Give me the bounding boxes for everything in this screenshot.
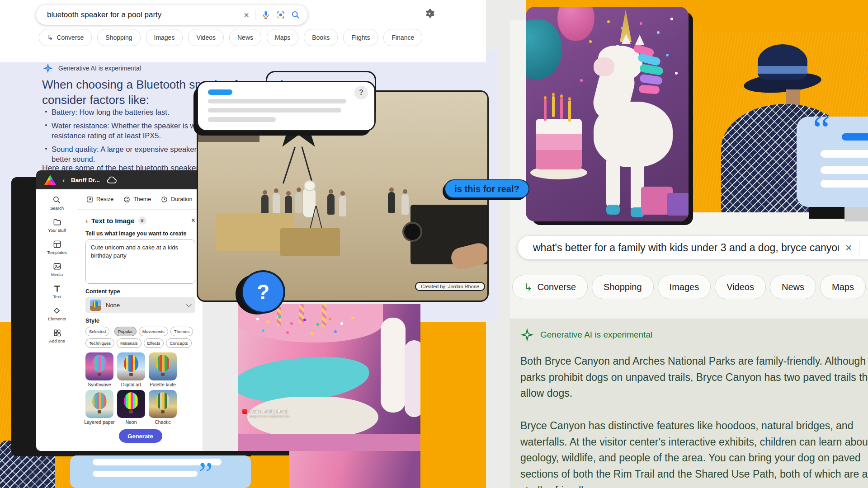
search-bar-top[interactable]: bluetooth speaker for a pool party × <box>36 5 307 25</box>
tab-videos[interactable]: Videos <box>188 29 224 46</box>
search-bar-right[interactable]: what's better for a family with kids und… <box>518 236 868 259</box>
candle-shape <box>552 96 555 117</box>
divider <box>255 9 255 20</box>
floor-shape <box>238 434 420 451</box>
tab-maps[interactable]: Maps <box>267 29 298 46</box>
skeleton-line <box>821 166 868 174</box>
skeleton-line <box>821 150 868 158</box>
tab-news[interactable]: News <box>229 29 261 46</box>
skeleton-line <box>208 117 276 122</box>
confetti <box>607 20 610 23</box>
sidebar-item-media[interactable]: Media <box>51 262 63 277</box>
tab-flights[interactable]: Flights <box>343 29 378 46</box>
search-query[interactable]: bluetooth speaker for a pool party <box>47 10 238 19</box>
badge-text: Generative AI is experimental <box>540 330 652 340</box>
sidebar-item-templates[interactable]: Templates <box>47 240 66 255</box>
style-name: Palette knife <box>150 382 176 387</box>
content-type-dropdown[interactable]: None <box>85 297 195 313</box>
person-silhouette <box>339 196 346 216</box>
prompt-input[interactable]: Cute unicorn and a cake at a kids birthd… <box>85 239 195 284</box>
sidebar-item-add-ons[interactable]: Add ons <box>49 328 65 343</box>
sidebar-label: Elements <box>48 316 66 321</box>
chip-materials[interactable]: Materials <box>117 338 142 348</box>
tab-label: Videos <box>726 282 754 292</box>
chip-movements[interactable]: Movements <box>139 327 168 336</box>
search-icon <box>52 196 61 204</box>
generated-cake-image-bottom <box>289 451 420 488</box>
lens-icon[interactable] <box>276 10 285 19</box>
search-icon[interactable] <box>291 10 300 19</box>
tab-finance[interactable]: Finance <box>383 29 422 46</box>
mic-icon[interactable] <box>866 242 868 253</box>
document-title[interactable]: Banff Dr... <box>71 177 100 183</box>
tab-shopping[interactable]: Shopping <box>592 275 654 299</box>
chip-techniques[interactable]: Techniques <box>85 338 114 348</box>
tab-images[interactable]: Images <box>146 29 183 46</box>
sprinkles <box>256 318 259 320</box>
gear-icon[interactable] <box>424 8 435 19</box>
balloon-shape <box>557 7 594 41</box>
rig-leg-shape <box>283 147 296 184</box>
clear-icon[interactable]: × <box>845 242 852 253</box>
style-option-palette-knife[interactable]: Palette knife <box>149 352 177 387</box>
clear-icon[interactable]: × <box>244 10 249 19</box>
text-icon <box>53 284 61 293</box>
tab-shopping[interactable]: Shopping <box>97 29 140 46</box>
adobe-express-logo <box>44 175 56 185</box>
help-button[interactable]: ? <box>354 86 368 99</box>
chip-themes[interactable]: Themes <box>170 327 193 336</box>
tab-label: Flights <box>351 34 370 41</box>
tab-books[interactable]: Books <box>304 29 338 46</box>
chip-effects[interactable]: Effects <box>144 338 164 348</box>
back-icon[interactable]: ‹ <box>62 176 65 184</box>
camera-lens-shape <box>402 222 422 242</box>
chip-selected[interactable]: Selected <box>85 327 109 336</box>
style-option-chaotic[interactable]: Chaotic <box>149 390 177 425</box>
cloud-icon[interactable] <box>106 176 117 184</box>
dark-block <box>809 207 844 219</box>
watermark-brand: Adobe Firefly (Beta) <box>249 409 288 414</box>
chip-popular[interactable]: Popular <box>114 327 137 336</box>
sidebar-item-search[interactable]: Search <box>50 196 64 211</box>
sidebar-item-elements[interactable]: Elements <box>48 306 66 321</box>
sidebar-item-your-stuff[interactable]: Your stuff <box>48 218 66 233</box>
chip-concepts[interactable]: Concepts <box>166 338 191 348</box>
chevron-down-icon <box>186 301 192 307</box>
tab-news[interactable]: News <box>770 275 816 299</box>
theme-button[interactable]: Theme <box>123 196 151 203</box>
style-chips: Selected Popular Movements Themes Techni… <box>85 327 195 348</box>
search-query[interactable]: what's better for a family with kids und… <box>533 242 839 254</box>
candle-shape <box>299 304 304 323</box>
converse-arrow-icon: ↳ <box>524 282 532 293</box>
tab-converse[interactable]: ↳Converse <box>512 275 588 299</box>
resize-button[interactable]: Resize <box>86 196 113 203</box>
back-icon[interactable]: ‹ <box>85 217 88 225</box>
toolbar-label: Resize <box>96 196 113 202</box>
style-option-digital-art[interactable]: Digital art <box>117 352 145 387</box>
tab-videos[interactable]: Videos <box>715 275 766 299</box>
ai-answer-paragraph: Both Bryce Canyon and Arches National Pa… <box>520 353 868 402</box>
tab-maps[interactable]: Maps <box>820 275 866 299</box>
candle-shape <box>560 98 563 119</box>
candle-shape <box>322 304 326 327</box>
sidebar-label: Your stuff <box>48 228 66 233</box>
style-thumbnails: Synthwave Digital art Palette knife Laye… <box>85 352 195 425</box>
unicorn-ear <box>635 35 644 45</box>
close-icon[interactable]: × <box>191 216 195 225</box>
gray-block <box>844 207 868 221</box>
text-to-image-panel: ‹ Text to Image ♛ × Tell us what image y… <box>78 210 203 451</box>
duration-button[interactable]: Duration <box>161 196 192 203</box>
style-option-layered-paper[interactable]: Layered paper <box>85 390 113 425</box>
quote-bubble-bottom: ” <box>70 455 251 488</box>
panel-title: Text to Image <box>91 217 135 225</box>
candle-shape <box>544 100 547 121</box>
generate-button[interactable]: Generate <box>119 429 162 443</box>
style-option-neon[interactable]: Neon <box>117 390 145 425</box>
mic-icon[interactable] <box>261 10 270 19</box>
tab-images[interactable]: Images <box>658 275 711 299</box>
elements-icon <box>52 306 61 315</box>
sidebar-item-text[interactable]: Text <box>53 284 61 299</box>
sidebar-label: Search <box>50 206 64 211</box>
style-option-synthwave[interactable]: Synthwave <box>85 352 113 387</box>
tab-converse[interactable]: ↳Converse <box>39 29 92 46</box>
